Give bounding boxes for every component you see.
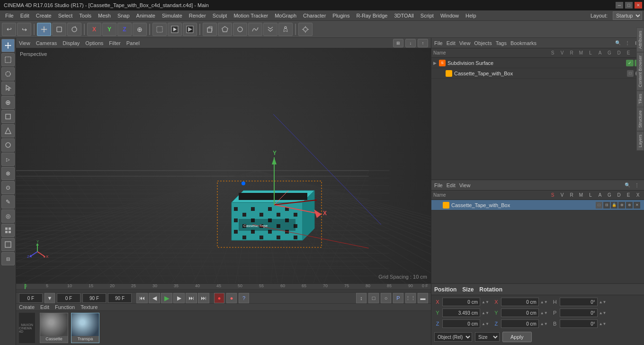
mat-menu-create[interactable]: Create: [19, 304, 35, 310]
deformer-btn[interactable]: [263, 23, 277, 36]
tool-select-box[interactable]: [1, 53, 15, 66]
tc-circle[interactable]: ○: [381, 293, 391, 303]
obj-bot-edit[interactable]: Edit: [447, 182, 456, 188]
obj-menu-file[interactable]: File: [434, 40, 443, 46]
tool-4[interactable]: [1, 124, 15, 137]
timeline-playhead[interactable]: [25, 284, 26, 289]
vp-icon-2[interactable]: ↓: [405, 39, 416, 47]
obj-row-cassette-top[interactable]: Cassette_Tape_with_Box □: [431, 68, 644, 79]
world-axis-btn[interactable]: ⊕: [133, 23, 147, 36]
obj-bot-file[interactable]: File: [434, 182, 443, 188]
menu-render[interactable]: Render: [186, 12, 209, 19]
obj-bot-view[interactable]: View: [459, 182, 471, 188]
menu-rray[interactable]: R-Ray Bridge: [353, 12, 391, 19]
menu-character[interactable]: Character: [300, 12, 329, 19]
obj-menu-view[interactable]: View: [459, 40, 471, 46]
viewport-3d[interactable]: Perspective Grid Spacing : 10 cm Y X Z: [16, 48, 431, 283]
menu-simulate[interactable]: Simulate: [159, 12, 186, 19]
coord-sx-input[interactable]: [501, 298, 539, 306]
menu-mesh[interactable]: Mesh: [95, 12, 114, 19]
menu-edit[interactable]: Edit: [17, 12, 33, 19]
coord-sy-arrow[interactable]: ▲▼: [540, 311, 548, 315]
coord-y-arrow[interactable]: ▲▼: [482, 311, 489, 315]
layout-dropdown[interactable]: Startup: [613, 11, 642, 20]
menu-file[interactable]: File: [2, 12, 17, 19]
menu-help[interactable]: Help: [462, 12, 480, 19]
light-btn[interactable]: [298, 23, 313, 36]
coord-h-arrow[interactable]: ▲▼: [599, 300, 607, 304]
tool-5[interactable]: [1, 138, 15, 152]
vp-menu-panel[interactable]: Panel: [126, 40, 140, 46]
tool-select[interactable]: [1, 82, 15, 95]
tool-6[interactable]: ▷: [1, 153, 15, 166]
x-axis-btn[interactable]: X: [87, 23, 101, 36]
tc-p[interactable]: P: [393, 293, 403, 303]
tab-layers[interactable]: Layers: [636, 131, 644, 151]
preview-end-input[interactable]: [108, 293, 132, 303]
vp-icon-3[interactable]: ↑: [418, 39, 428, 47]
coord-size-mode-select[interactable]: Size Scale: [475, 332, 500, 342]
material-transparent[interactable]: Transpa: [71, 313, 99, 343]
viewport-canvas[interactable]: [16, 48, 431, 283]
mat-menu-texture[interactable]: Texture: [80, 304, 98, 310]
menu-tools[interactable]: Tools: [76, 12, 95, 19]
coord-b-arrow[interactable]: ▲▼: [599, 322, 607, 326]
vp-menu-filter[interactable]: Filter: [109, 40, 120, 46]
tool-11[interactable]: [1, 224, 15, 237]
end-frame-input[interactable]: [82, 293, 106, 303]
coord-z-arrow[interactable]: ▲▼: [482, 322, 489, 326]
coord-h-input[interactable]: [560, 298, 598, 306]
tab-content-browser[interactable]: Content Browser: [636, 52, 644, 91]
coord-sx-arrow[interactable]: ▲▼: [540, 300, 548, 304]
move-tool-btn[interactable]: [37, 23, 51, 36]
go-to-start-btn[interactable]: ⏮: [136, 293, 148, 303]
coord-p-input[interactable]: [560, 309, 598, 317]
scale-tool-btn[interactable]: [52, 23, 66, 36]
y-axis-btn[interactable]: Y: [102, 23, 116, 36]
close-btn[interactable]: ✕: [635, 2, 642, 9]
tc-dots[interactable]: ⋮⋮: [405, 293, 416, 303]
character-btn[interactable]: [278, 23, 293, 36]
coord-x-input[interactable]: [442, 298, 480, 306]
timeline-scrub[interactable]: [16, 290, 431, 293]
go-to-end-btn[interactable]: ⏭: [186, 293, 197, 303]
maximize-btn[interactable]: □: [625, 2, 633, 9]
menu-script[interactable]: Script: [417, 12, 437, 19]
attr-row-cassette[interactable]: Cassette_Tape_with_Box □ ⊟ 🔒 ⊕ ⊗ ✕: [431, 200, 644, 210]
tool-10[interactable]: ◎: [1, 209, 15, 223]
tool-move[interactable]: [1, 39, 15, 52]
tab-attributes[interactable]: Attributes: [636, 27, 644, 52]
menu-animate[interactable]: Animate: [133, 12, 159, 19]
coord-y-input[interactable]: [442, 309, 480, 317]
material-cassette[interactable]: Cassette: [40, 313, 68, 343]
menu-create[interactable]: Create: [33, 12, 55, 19]
current-frame-input[interactable]: [19, 293, 43, 303]
render-region-btn[interactable]: [152, 23, 167, 36]
start-frame-input[interactable]: [57, 293, 80, 303]
menu-window[interactable]: Window: [437, 12, 462, 19]
polygon-btn[interactable]: [218, 23, 232, 36]
tc-box[interactable]: □: [368, 293, 379, 303]
tool-7[interactable]: ⊗: [1, 167, 15, 180]
render-prev-btn[interactable]: [168, 23, 182, 36]
coord-b-input[interactable]: [560, 319, 598, 328]
mat-menu-edit[interactable]: Edit: [40, 304, 49, 310]
tab-structure[interactable]: Structure: [636, 107, 644, 131]
stop-record-btn[interactable]: ●: [226, 293, 237, 303]
tool-2[interactable]: ⊕: [1, 96, 15, 109]
coord-sz-input[interactable]: [501, 319, 539, 328]
tool-8[interactable]: ⊙: [1, 181, 15, 194]
obj-menu-edit[interactable]: Edit: [447, 40, 456, 46]
tool-9[interactable]: ✎: [1, 195, 15, 209]
coord-z-input[interactable]: [442, 319, 480, 328]
coord-sy-input[interactable]: [501, 309, 539, 317]
undo-btn[interactable]: ↩: [2, 23, 16, 36]
spline-btn[interactable]: [248, 23, 262, 36]
vp-menu-cameras[interactable]: Cameras: [36, 40, 57, 46]
rotate-tool-btn[interactable]: [67, 23, 81, 36]
coord-sz-arrow[interactable]: ▲▼: [540, 322, 548, 326]
tc-move[interactable]: ↕: [356, 293, 367, 303]
obj-bot-icon2[interactable]: ⋮: [633, 181, 641, 190]
menu-select[interactable]: Select: [55, 12, 76, 19]
tool-12[interactable]: [1, 238, 15, 251]
